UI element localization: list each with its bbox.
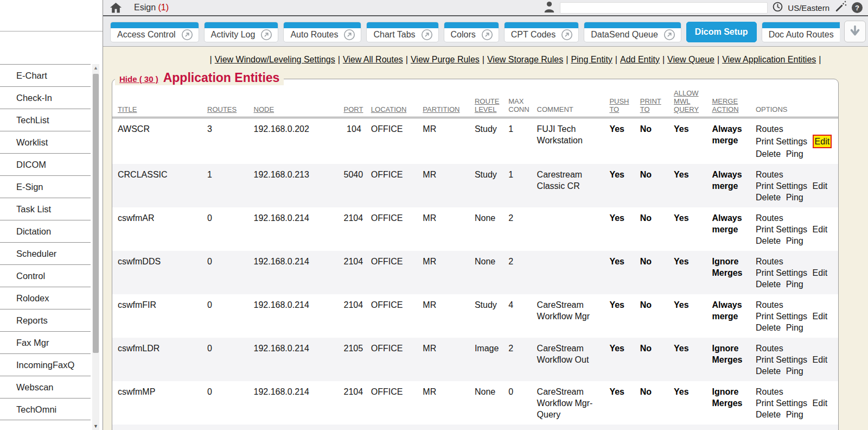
action-link-view-all-routes[interactable]: View All Routes [343,55,403,64]
option-link-edit[interactable]: Edit [813,224,828,235]
sidebar-item-worklist[interactable]: Worklist [0,131,91,153]
option-link-ping[interactable]: Ping [786,322,803,333]
option-link-routes[interactable]: Routes [756,169,783,180]
popout-arrow-icon[interactable] [561,29,573,41]
hide-link[interactable]: Hide ( 30 ) [119,74,158,84]
tab-overflow-button[interactable] [844,21,866,42]
action-link-ping-entity[interactable]: Ping Entity [571,55,612,64]
help-icon[interactable]: ? [852,2,863,13]
option-link-ping[interactable]: Ping [786,235,803,246]
scrollbar-thumb[interactable] [93,74,99,353]
option-link-ping[interactable]: Ping [786,409,803,420]
column-header-location[interactable]: LOCATION [369,80,421,118]
sidebar-item-dictation[interactable]: Dictation [0,220,91,242]
action-link-view-queue[interactable]: View Queue [667,55,714,64]
breadcrumb-title[interactable]: Esign [134,3,156,12]
sidebar-item-rolodex[interactable]: Rolodex [0,287,91,309]
action-link-view-application-entities[interactable]: View Application Entities [722,55,816,64]
home-icon[interactable] [110,2,122,14]
option-link-routes[interactable]: Routes [756,123,783,135]
scroll-up-arrow-icon[interactable]: ▲ [92,65,99,71]
option-link-print-settings[interactable]: Print Settings [756,267,807,279]
option-link-edit[interactable]: Edit [813,354,828,365]
option-link-delete[interactable]: Delete [756,409,781,420]
tab-doc-auto-routes[interactable]: Doc Auto Routes [762,22,840,42]
column-header-merge-action[interactable]: MERGE ACTION [710,80,753,118]
sidebar-item-webscan[interactable]: Webscan [0,376,91,398]
tab-chart-tabs[interactable]: Chart Tabs [366,22,438,42]
option-link-print-settings[interactable]: Print Settings [756,311,807,322]
option-link-delete[interactable]: Delete [756,235,781,246]
popout-arrow-icon[interactable] [663,29,675,41]
option-link-ping[interactable]: Ping [786,365,803,377]
tab-activity-log[interactable]: Activity Log [204,22,279,42]
tab-cpt-codes[interactable]: CPT Codes [504,22,579,42]
sidebar-item-techomni[interactable]: TechOmni [0,398,91,420]
tab-access-control[interactable]: Access Control [110,22,199,42]
sidebar-item-control[interactable]: Control [0,264,91,287]
column-header-node[interactable]: NODE [252,80,342,118]
option-link-delete[interactable]: Delete [756,192,781,203]
option-link-delete[interactable]: Delete [756,148,781,160]
action-link-view-purge-rules[interactable]: View Purge Rules [411,55,480,64]
sidebar-item-dicom[interactable]: DICOM [0,153,91,175]
column-header-allow-mwl-query[interactable]: ALLOW MWL QUERY [672,80,710,118]
column-header-port[interactable]: PORT [342,80,369,118]
option-link-routes[interactable]: Routes [756,212,783,224]
sidebar-item-reports[interactable]: Reports [0,309,91,331]
option-link-edit-highlighted[interactable]: Edit [813,135,832,148]
option-link-routes[interactable]: Routes [756,386,783,397]
tab-datasend-queue[interactable]: DataSend Queue [584,22,681,42]
column-header-partition[interactable]: PARTITION [420,80,473,118]
option-link-edit[interactable]: Edit [813,397,828,409]
popout-arrow-icon[interactable] [481,29,493,41]
sidebar-item-e-chart[interactable]: E-Chart [0,64,91,86]
sidebar-item-techlist[interactable]: TechList [0,109,91,131]
option-link-edit[interactable]: Edit [813,267,828,279]
popout-arrow-icon[interactable] [839,29,840,41]
option-link-routes[interactable]: Routes [756,299,783,311]
tab-colors[interactable]: Colors [444,22,499,42]
sidebar-scrollbar[interactable]: ▲ ▼ [92,64,99,430]
option-link-print-settings[interactable]: Print Settings [756,354,807,365]
option-link-print-settings[interactable]: Print Settings [756,180,807,192]
popout-arrow-icon[interactable] [421,29,433,41]
sidebar-item-e-sign[interactable]: E-Sign [0,175,91,198]
magic-wand-icon[interactable] [834,1,847,15]
popout-arrow-icon[interactable] [343,29,355,41]
action-link-add-entity[interactable]: Add Entity [620,55,660,64]
option-link-ping[interactable]: Ping [786,148,803,160]
scroll-down-arrow-icon[interactable]: ▼ [92,423,99,429]
tab-auto-routes[interactable]: Auto Routes [283,22,361,42]
column-header-title[interactable]: TITLE [112,80,205,118]
column-header-print-to[interactable]: PRINT TO [638,80,672,118]
search-input[interactable] [560,2,768,14]
option-link-print-settings[interactable]: Print Settings [756,397,807,409]
option-link-print-settings[interactable]: Print Settings [756,136,807,147]
popout-arrow-icon[interactable] [181,29,193,41]
tab-dicom-setup[interactable]: Dicom Setup [686,22,757,42]
option-link-delete[interactable]: Delete [756,365,781,377]
option-link-delete[interactable]: Delete [756,322,781,333]
option-link-edit[interactable]: Edit [813,311,828,322]
column-header-push-to[interactable]: PUSH TO [607,80,637,118]
option-link-routes[interactable]: Routes [756,343,783,354]
user-icon[interactable] [544,1,555,15]
column-header-route-level[interactable]: ROUTE LEVEL [473,80,506,118]
option-link-ping[interactable]: Ping [786,279,803,290]
popout-arrow-icon[interactable] [260,29,272,41]
sidebar-item-incomingfaxq[interactable]: IncomingFaxQ [0,353,91,376]
option-link-routes[interactable]: Routes [756,256,783,267]
option-link-edit[interactable]: Edit [813,180,828,192]
sidebar-item-check-in[interactable]: Check-In [0,86,91,109]
sidebar-item-fax-mgr[interactable]: Fax Mgr [0,331,91,353]
sidebar-item-scheduler[interactable]: Scheduler [0,242,91,264]
sidebar-item-task-list[interactable]: Task List [0,198,91,220]
option-link-print-settings[interactable]: Print Settings [756,224,807,235]
column-header-routes[interactable]: ROUTES [205,80,252,118]
action-link-view-storage-rules[interactable]: View Storage Rules [487,55,563,64]
clock-icon[interactable] [773,2,783,14]
action-link-view-window-leveling-settings[interactable]: View Window/Leveling Settings [215,55,335,64]
option-link-delete[interactable]: Delete [756,279,781,290]
option-link-ping[interactable]: Ping [786,192,803,203]
